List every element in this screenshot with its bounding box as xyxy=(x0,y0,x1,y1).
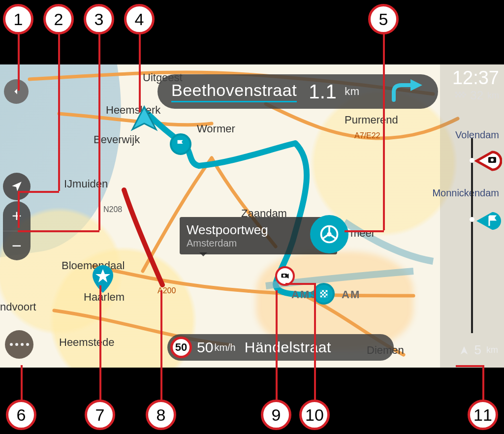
drive-here-button[interactable] xyxy=(310,215,348,253)
favorite-marker[interactable] xyxy=(92,265,114,293)
turn-right-icon xyxy=(390,79,424,104)
svg-rect-3 xyxy=(324,290,326,292)
leader-3 xyxy=(98,33,100,230)
leader-5 xyxy=(383,33,385,230)
callout-9: 9 xyxy=(261,400,291,430)
svg-rect-25 xyxy=(455,95,457,97)
next-distance: 1.1 xyxy=(309,81,337,103)
svg-point-29 xyxy=(491,158,494,161)
leader-2c xyxy=(18,191,20,228)
map-viewport[interactable]: N208 A200 A7/E22 Uitgeest Heemskerk Beve… xyxy=(0,64,504,368)
city-heemstede: Heemstede xyxy=(59,336,115,349)
scale-value: 5 xyxy=(474,342,481,358)
callout-7: 7 xyxy=(85,400,115,430)
speed-limit-sign: 50 xyxy=(170,337,192,358)
remaining-unit: km xyxy=(487,91,499,101)
instruction-panel[interactable]: Beethovenstraat 1.1 km xyxy=(158,74,438,109)
leader-2 xyxy=(58,33,60,191)
svg-point-11 xyxy=(283,275,285,277)
svg-marker-0 xyxy=(132,107,156,129)
callout-10: 10 xyxy=(299,400,330,430)
remaining-distance: 32 xyxy=(470,89,483,102)
callout-1: 1 xyxy=(3,4,33,34)
main-menu-button[interactable] xyxy=(5,330,33,359)
leader-10 xyxy=(314,283,316,401)
svg-rect-20 xyxy=(459,92,461,94)
callout-8: 8 xyxy=(146,400,176,430)
svg-line-17 xyxy=(332,236,336,239)
speed-panel[interactable]: 50 50 km/h Händelstraat xyxy=(167,334,394,361)
callout-11: 11 xyxy=(468,400,498,430)
city-purmerend: Purmerend xyxy=(345,114,398,126)
svg-rect-8 xyxy=(322,296,324,298)
leader-3b xyxy=(18,230,99,232)
current-speed: 50 xyxy=(197,339,213,356)
arrival-time: 12:37 xyxy=(452,67,499,89)
next-street: Beethovenstraat xyxy=(171,81,297,102)
route-bar-line xyxy=(471,138,473,333)
route-start-marker[interactable] xyxy=(170,133,191,155)
current-street: Händelstraat xyxy=(245,339,331,356)
leader-11 xyxy=(482,365,484,401)
svg-rect-2 xyxy=(320,290,322,292)
city-wormer: Wormer xyxy=(197,123,235,135)
svg-rect-23 xyxy=(461,93,463,95)
callout-2: 2 xyxy=(43,4,74,34)
svg-rect-24 xyxy=(465,93,467,95)
callout-6: 6 xyxy=(6,400,36,430)
destination-icon xyxy=(455,92,466,99)
leader-5b xyxy=(345,230,384,232)
selected-location-city: Amsterdam xyxy=(187,238,268,249)
road-label-a7e22: A7/E22 xyxy=(354,131,380,140)
zoom-out-button[interactable]: − xyxy=(3,231,31,261)
speed-unit: km/h xyxy=(214,342,235,353)
svg-rect-6 xyxy=(320,294,322,296)
leader-9 xyxy=(276,290,278,401)
leader-1 xyxy=(18,33,20,91)
callout-5: 5 xyxy=(368,4,399,34)
zoom-in-button[interactable]: + xyxy=(3,201,31,231)
arrival-panel[interactable]: 12:37 32 km xyxy=(452,67,499,102)
routebar-camera-pin[interactable] xyxy=(474,150,502,174)
leader-4 xyxy=(139,33,141,112)
svg-rect-9 xyxy=(326,296,328,298)
back-button[interactable] xyxy=(4,79,29,104)
road-label-n208: N208 xyxy=(103,205,122,214)
position-arrow-icon xyxy=(459,345,470,356)
svg-line-16 xyxy=(322,236,327,239)
svg-rect-5 xyxy=(326,292,328,294)
view-switch-button[interactable] xyxy=(3,173,31,200)
city-zandvoort: ndvoort xyxy=(0,301,36,313)
scale-unit: km xyxy=(486,345,498,355)
svg-rect-19 xyxy=(455,92,457,94)
callout-4: 4 xyxy=(124,4,155,34)
svg-rect-4 xyxy=(322,292,324,294)
leader-10b xyxy=(285,283,315,285)
svg-rect-22 xyxy=(457,93,459,95)
route-destination-marker[interactable] xyxy=(313,283,335,305)
next-distance-unit: km xyxy=(345,85,359,98)
leader-6 xyxy=(21,365,23,401)
city-amsterdam-suffix: AM xyxy=(342,288,360,301)
svg-rect-21 xyxy=(463,92,465,94)
leader-11b xyxy=(456,365,483,367)
leader-8 xyxy=(160,290,162,401)
city-ijmuiden: IJmuiden xyxy=(64,178,108,190)
selected-location-name: Westpoortweg xyxy=(187,222,268,238)
route-bar[interactable]: 12:37 32 km 5km xyxy=(440,64,504,368)
callout-3: 3 xyxy=(84,4,114,34)
svg-rect-7 xyxy=(324,294,326,296)
leader-7 xyxy=(99,285,101,401)
svg-rect-26 xyxy=(459,95,461,97)
svg-rect-27 xyxy=(463,95,465,97)
current-location-icon xyxy=(129,105,159,136)
routebar-stop-pin[interactable] xyxy=(474,210,502,234)
leader-2b xyxy=(18,191,59,193)
routebar-position: 5km xyxy=(459,342,498,358)
city-meer: meer xyxy=(350,227,375,240)
more-icon xyxy=(10,343,29,346)
